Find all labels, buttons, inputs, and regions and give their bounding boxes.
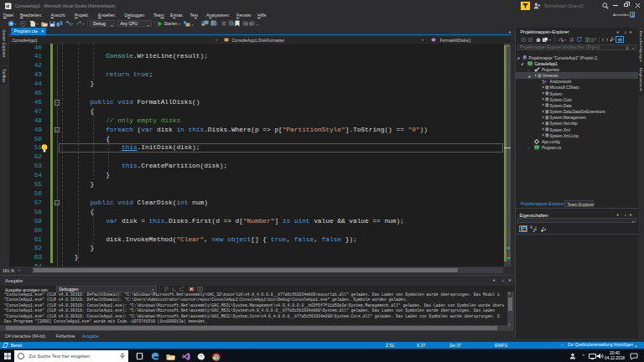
- svg-text:C#: C#: [527, 61, 532, 65]
- svg-text:C#: C#: [534, 146, 539, 150]
- svg-text:Z: Z: [532, 229, 535, 232]
